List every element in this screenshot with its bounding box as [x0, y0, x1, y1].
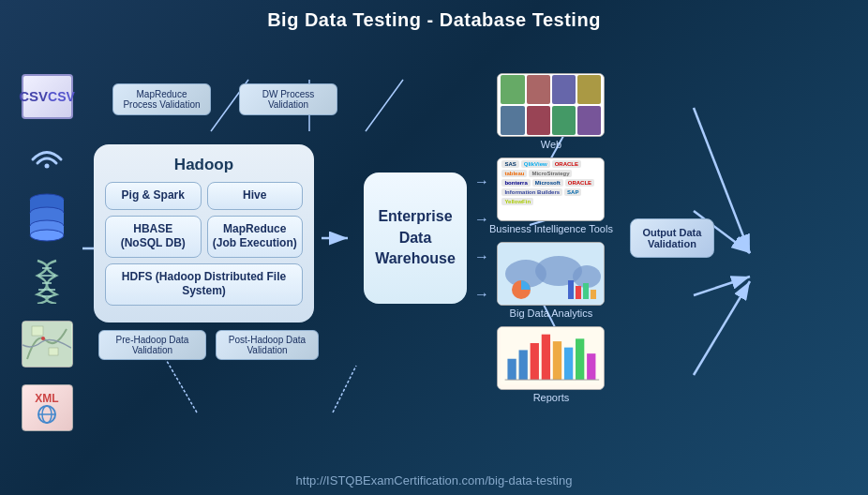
analytics-label: Big Data Analytics — [510, 308, 593, 319]
svg-rect-31 — [32, 326, 43, 336]
svg-rect-51 — [542, 335, 550, 380]
main-container: CSV — [0, 38, 868, 467]
svg-rect-50 — [531, 343, 539, 380]
pre-validation-label: Pre-Hadoop Data Validation — [98, 330, 206, 360]
dw-validation-label: DW Process Validation — [239, 83, 337, 115]
web-thumbnail — [497, 73, 605, 137]
bottom-validations: Pre-Hadoop Data Validation Post-Hadoop D… — [98, 330, 319, 360]
svg-point-33 — [41, 337, 45, 340]
bi-label: Business Intelligence Tools — [489, 223, 613, 234]
analytics-thumbnail — [497, 242, 605, 306]
dna-icon — [22, 259, 73, 304]
output-reports: Reports — [489, 326, 613, 403]
post-validation-label: Post-Hadoop Data Validation — [216, 330, 319, 360]
hadoop-edw-arrow — [319, 229, 356, 248]
svg-rect-55 — [588, 353, 596, 380]
svg-rect-48 — [508, 359, 516, 380]
bottom-url: http://ISTQBExamCertification.com/big-da… — [0, 473, 868, 488]
top-validations: MapReduce Process Validation DW Process … — [112, 83, 337, 115]
hadoop-section: MapReduce Process Validation DW Process … — [94, 144, 319, 360]
output-analytics: Big Data Analytics — [489, 242, 613, 319]
left-icons-column: CSV — [0, 74, 84, 431]
svg-rect-45 — [583, 283, 589, 299]
hadoop-container: Hadoop Pig & Spark Hive HBASE(NoSQL DB) … — [94, 144, 314, 322]
page-title: Big Data Testing - Database Testing — [0, 0, 868, 31]
xml-icon: XML — [22, 384, 73, 431]
edw-label: Enterprise Data Warehouse — [375, 206, 456, 269]
database-icon — [26, 190, 68, 242]
web-label: Web — [541, 139, 561, 150]
svg-rect-43 — [568, 280, 574, 299]
hadoop-title: Hadoop — [105, 156, 303, 174]
svg-point-24 — [30, 230, 64, 241]
output-validation-label: Output Data Validation — [630, 218, 714, 258]
analytics-mock — [498, 242, 604, 306]
reports-label: Reports — [533, 392, 570, 403]
hadoop-grid: Pig & Spark Hive HBASE(NoSQL DB) MapRedu… — [105, 182, 303, 306]
svg-rect-53 — [564, 348, 573, 380]
hdfs-cell: HDFS (Hadoop Distributed File System) — [105, 263, 303, 306]
wifi-icon — [22, 136, 73, 173]
web-mock — [498, 73, 604, 137]
csv-icon: CSV — [22, 74, 73, 119]
reports-mock — [497, 326, 605, 390]
svg-rect-52 — [553, 341, 561, 380]
edw-container: Enterprise Data Warehouse — [364, 172, 467, 304]
svg-rect-32 — [49, 348, 58, 355]
svg-point-17 — [45, 163, 50, 168]
svg-rect-46 — [591, 290, 596, 299]
output-bi: SAS QlikView ORACLE tableau MicroStrateg… — [489, 158, 613, 234]
bi-thumbnail: SAS QlikView ORACLE tableau MicroStrateg… — [497, 158, 605, 221]
output-web: Web — [489, 73, 613, 150]
bi-mock: SAS QlikView ORACLE tableau MicroStrateg… — [498, 158, 604, 221]
svg-rect-54 — [576, 338, 584, 380]
mapreduce-validation-label: MapReduce Process Validation — [112, 83, 211, 115]
hive-cell: Hive — [207, 182, 304, 210]
hbase-cell: HBASE(NoSQL DB) — [105, 216, 202, 258]
mapreduce-cell: MapReduce(Job Execution) — [207, 216, 304, 258]
svg-rect-49 — [519, 350, 528, 380]
right-outputs: Web SAS QlikView ORACLE tableau MicroStr… — [489, 73, 613, 403]
pig-spark-cell: Pig & Spark — [105, 182, 202, 210]
output-validation-section: Output Data Validation — [621, 218, 714, 258]
map-icon — [22, 321, 73, 368]
svg-rect-44 — [576, 286, 581, 299]
reports-thumbnail — [497, 326, 605, 390]
edw-output-arrows: → → → → — [474, 173, 489, 303]
